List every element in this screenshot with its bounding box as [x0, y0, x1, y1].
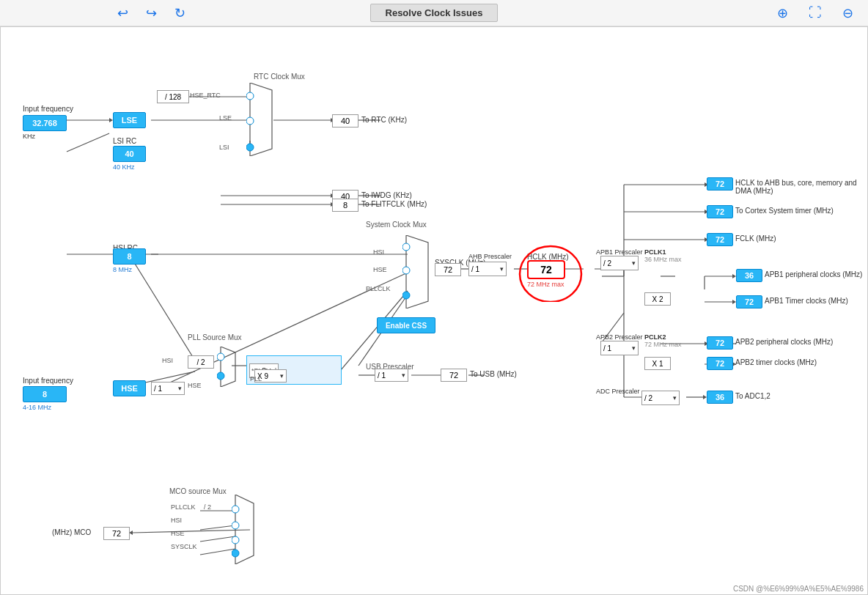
cortex-timer-desc: To Cortex System timer (MHz)	[735, 207, 834, 215]
zoom-in-button[interactable]: ⊕	[770, 5, 795, 21]
svg-point-71	[246, 144, 254, 151]
hse-rtc-label: HSE_RTC	[190, 92, 221, 99]
hclk-max-label: 72 MHz max	[527, 281, 564, 288]
apb2-peripheral-value: 72	[707, 336, 733, 350]
toolbar: ↩ ↪ ↻ Resolve Clock Issues ⊕ ⛶ ⊖	[0, 0, 868, 26]
zoom-out-button[interactable]: ⊖	[835, 5, 861, 21]
watermark: CSDN @%E6%99%9A%E5%AE%9986	[733, 585, 864, 593]
input-freq-2-value[interactable]: 8	[23, 386, 67, 402]
mco-value-box: 72	[103, 527, 130, 540]
fit-button[interactable]: ⛶	[801, 5, 829, 21]
apb2-timer-value: 72	[707, 357, 733, 370]
svg-line-50	[129, 254, 195, 361]
adc-prescaler-select[interactable]: / 2	[641, 391, 680, 405]
input-freq-1-value[interactable]: 32.768	[23, 115, 67, 131]
svg-point-79	[217, 372, 224, 380]
mco-sysclk-label: SYSCLK	[171, 543, 197, 550]
hse-block[interactable]: HSE	[113, 380, 146, 396]
lse-block[interactable]: LSE	[113, 112, 146, 128]
mco-source-mux-label: MCO source Mux	[169, 487, 227, 495]
rtc-clock-mux-label: RTC Clock Mux	[254, 73, 305, 81]
mco-pllclk-label: PLLCLK	[171, 503, 196, 511]
sysclk-value: 72	[435, 263, 461, 276]
mco-output-label: (MHz) MCO	[52, 528, 91, 536]
svg-point-85	[232, 550, 239, 557]
lsi-rc-value[interactable]: 40	[113, 146, 146, 162]
mco-hsi-label: HSI	[171, 517, 182, 524]
apb2-prescaler-select[interactable]: / 1	[600, 341, 639, 355]
mco-div2-box: / 2	[204, 503, 211, 511]
apb1-peripheral-desc: APB1 peripheral clocks (MHz)	[765, 270, 862, 278]
apb1-x2-box: X 2	[644, 292, 671, 306]
pll-hse-label: HSE	[188, 382, 202, 389]
apb1-timer-desc: APB1 Timer clocks (MHz)	[765, 297, 848, 305]
input-freq-1-unit: KHz	[23, 133, 35, 140]
svg-point-77	[402, 267, 410, 274]
hsi-sys-label: HSI	[373, 248, 384, 256]
pclk1-label: PCLK1	[644, 248, 666, 256]
usb-prescaler-select[interactable]: / 1	[375, 369, 408, 382]
refresh-button[interactable]: ↻	[167, 5, 193, 21]
apb2-prescaler-label: APB2 Prescaler	[596, 333, 643, 341]
hse-div1-select[interactable]: / 1	[151, 382, 185, 395]
usb-value-box: 72	[441, 369, 467, 382]
redo-button[interactable]: ↪	[139, 5, 164, 21]
pll-hsi-label: HSI	[162, 357, 173, 364]
svg-point-84	[232, 536, 239, 544]
usb-to-label: To USB (MHz)	[470, 370, 517, 378]
flitfclk-out-value: 8	[332, 199, 358, 212]
hse-sys-label: HSE	[373, 266, 387, 273]
hsi-rc-value[interactable]: 8	[113, 248, 146, 265]
clock-diagram-canvas: Input frequency 32.768 KHz LSE LSI RC 40…	[0, 26, 868, 595]
apb1-prescaler-label: APB1 Prescaler	[596, 248, 643, 256]
svg-line-61	[200, 525, 235, 530]
svg-marker-78	[221, 347, 235, 387]
pll-box: 8 *PLLMul X 9 PLL	[246, 355, 342, 385]
lsi-rc-label: LSI RC	[113, 137, 136, 145]
svg-point-73	[246, 117, 254, 125]
lse-mux-label: LSE	[219, 114, 232, 122]
resolve-clock-button[interactable]: Resolve Clock Issues	[370, 4, 499, 22]
svg-point-75	[402, 292, 410, 299]
svg-point-82	[232, 506, 239, 513]
svg-point-80	[217, 353, 224, 361]
hsi-rc-unit: 8 MHz	[113, 266, 132, 273]
ahb-prescaler-label: AHB Prescaler	[468, 253, 512, 260]
flitfclk-to-label: To FLITFCLK (MHz)	[361, 200, 427, 208]
apb1-peripheral-value: 36	[736, 269, 762, 282]
hclk-ahb-value: 72	[707, 177, 733, 191]
rtc-to-label: To RTC (KHz)	[361, 116, 407, 124]
pll-source-mux-shape	[217, 347, 239, 387]
pllclk-sys-label: PLLCLK	[366, 285, 391, 292]
svg-line-4	[67, 133, 109, 152]
hclk-ahb-desc: HCLK to AHB bus, core, memory and DMA (M…	[735, 179, 867, 195]
apb2-timer-desc: APB2 timer clocks (MHz)	[735, 358, 817, 366]
hclk-value: 72	[527, 260, 565, 279]
input-freq-1-label: Input frequency	[23, 105, 73, 113]
rtc-out-value: 40	[332, 114, 358, 128]
apb2-peripheral-desc: APB2 peripheral clocks (MHz)	[735, 338, 833, 346]
svg-point-76	[402, 243, 410, 251]
iwdg-to-label: To IWDG (KHz)	[361, 191, 412, 199]
adc-desc: To ADC1,2	[735, 392, 770, 400]
mco-hse-label: HSE	[171, 530, 185, 537]
mco-mux-shape	[232, 495, 257, 564]
lsi-rc-unit: 40 KHz	[113, 163, 135, 171]
adc-prescaler-label: ADC Prescaler	[596, 388, 640, 395]
enable-css-button[interactable]: Enable CSS	[377, 317, 435, 333]
pll-label: PLL	[250, 375, 262, 382]
hse-128-box: / 128	[157, 90, 189, 103]
svg-line-62	[200, 536, 235, 542]
apb2-x1-box: X 1	[644, 357, 671, 370]
pclk2-max-label: 72 MHz max	[644, 341, 682, 348]
apb1-prescaler-select[interactable]: / 2	[600, 256, 639, 270]
svg-point-72	[246, 92, 254, 100]
undo-button[interactable]: ↩	[110, 5, 136, 21]
ahb-prescaler-select[interactable]: / 1	[468, 262, 507, 276]
svg-point-83	[232, 522, 239, 529]
fclk-value: 72	[707, 233, 733, 246]
adc-value: 36	[707, 391, 733, 404]
input-freq-2-unit: 4-16 MHz	[23, 404, 51, 411]
toolbar-right-buttons: ⊕ ⛶ ⊖	[770, 5, 861, 21]
system-clock-mux-label: System Clock Mux	[366, 221, 427, 229]
